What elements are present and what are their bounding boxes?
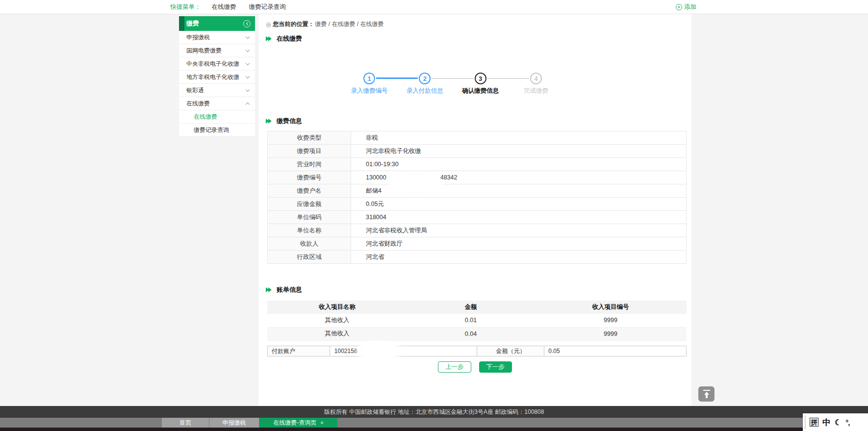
sidebar-item-label: 中央非税电子化收缴 bbox=[186, 60, 239, 68]
bill-cell: 0.01 bbox=[407, 314, 535, 327]
ime-punctuation-icon[interactable]: °, bbox=[845, 418, 849, 427]
payment-info-row-9: 行政区域河北省 bbox=[268, 251, 687, 264]
sidebar-item-label: 申报缴税 bbox=[186, 33, 210, 42]
ime-drag-handle[interactable] bbox=[805, 416, 806, 429]
payment-info-table: 收费类型非税缴费项目河北非税电子化收缴营业时间01:00-19:30缴费编号13… bbox=[267, 131, 687, 264]
sidebar-header-payment[interactable]: 缴费 bbox=[179, 16, 255, 31]
close-tab-icon[interactable]: × bbox=[320, 420, 323, 426]
payment-info-row-0: 收费类型非税 bbox=[268, 131, 687, 145]
payment-info-label: 单位名称 bbox=[268, 224, 351, 237]
quick-menu-label: 快捷菜单： bbox=[170, 3, 201, 11]
copyright-footer: 版权所有 中国邮政储蓄银行 地址：北京市西城区金融大街3号A座 邮政编码：100… bbox=[0, 406, 868, 418]
bill-cell: 9999 bbox=[535, 314, 687, 327]
sidebar-item-label: 地方非税电子化收缴 bbox=[186, 73, 239, 81]
payer-account-label: 付款账户 bbox=[268, 346, 330, 356]
payment-info-value: 非税 bbox=[351, 131, 687, 145]
breadcrumb-path: 缴费 / 在线缴费 / 在线缴费 bbox=[315, 20, 383, 28]
online-payment-page: { "topbar": { "quick_menu_label": "快捷菜单：… bbox=[0, 0, 868, 431]
chevron-down-icon bbox=[246, 74, 250, 78]
sidebar-header-label: 缴费 bbox=[186, 19, 199, 28]
payment-info-row-1: 缴费项目河北非税电子化收缴 bbox=[268, 145, 687, 158]
quick-menu-item-1[interactable]: 缴费记录查询 bbox=[249, 3, 286, 11]
quick-menu-item-0[interactable]: 在线缴费 bbox=[212, 3, 236, 11]
payment-info-title-label: 缴费信息 bbox=[277, 117, 302, 126]
bill-header-row: 收入项目名称金额收入项目编号 bbox=[267, 301, 687, 314]
ime-fullwidth-moon-icon[interactable]: ☾ bbox=[835, 418, 842, 427]
step-label-4: 完成缴费 bbox=[507, 87, 565, 95]
taskbar-tab-2[interactable]: 在线缴费-查询页× bbox=[259, 418, 337, 428]
bill-row-1: 其他收入0.049999 bbox=[267, 327, 687, 340]
payment-info-row-7: 单位名称河北省非税收入管理局 bbox=[268, 224, 687, 237]
bill-items-table: 收入项目名称金额收入项目编号其他收入0.019999其他收入0.049999 bbox=[267, 301, 687, 341]
value-prefix: 130000 bbox=[366, 174, 386, 181]
scroll-to-top-button[interactable] bbox=[698, 386, 715, 402]
step-indicator: 1录入缴费编号2录入付款信息3确认缴费信息4完成缴费 bbox=[258, 14, 691, 112]
payer-account-value: 1002158 bbox=[330, 346, 477, 356]
quick-menu-shortcuts: 在线缴费缴费记录查询 bbox=[212, 3, 299, 11]
ime-pinyin-icon[interactable]: 拼 bbox=[810, 418, 818, 427]
page-title-label: 在线缴费 bbox=[277, 34, 302, 43]
step-label-1: 录入缴费编号 bbox=[340, 87, 399, 95]
payment-info-row-3: 缴费编号13000048342 bbox=[268, 171, 687, 184]
step-circle-2: 2 bbox=[419, 73, 431, 84]
chevron-down-icon bbox=[246, 48, 250, 51]
sidebar-item-label: 国网电费缴费 bbox=[186, 47, 222, 55]
payment-info-title: 缴费信息 bbox=[266, 117, 302, 126]
breadcrumb-prefix: 您当前的位置： bbox=[273, 20, 314, 28]
step-circle-4: 4 bbox=[530, 73, 542, 84]
location-pin-icon: ◎ bbox=[266, 21, 271, 28]
step-connector-1 bbox=[432, 78, 473, 79]
payer-amount-label: 金额（元） bbox=[477, 346, 544, 356]
payment-info-label: 行政区域 bbox=[268, 251, 351, 264]
sidebar-item-3[interactable]: 地方非税电子化收缴 bbox=[179, 71, 255, 84]
sidebar-submenu: 在线缴费缴费记录查询 bbox=[179, 110, 255, 137]
taskbar-tab-label: 首页 bbox=[179, 419, 191, 427]
double-arrow-icon bbox=[266, 118, 273, 124]
ime-language-mode-icon[interactable]: 中 bbox=[822, 417, 831, 428]
payment-info-label: 应缴金额 bbox=[268, 198, 351, 211]
step-label-2: 录入付款信息 bbox=[395, 87, 454, 95]
bill-header-1: 金额 bbox=[407, 301, 535, 314]
chevron-down-icon bbox=[246, 87, 250, 91]
payment-info-row-5: 应缴金额0.05元 bbox=[268, 198, 687, 211]
payment-info-value: 河北省财政厅 bbox=[351, 237, 687, 251]
add-shortcut-button[interactable]: + 添加 bbox=[676, 0, 696, 14]
quick-menu-bar: 快捷菜单： 在线缴费缴费记录查询 + 添加 bbox=[0, 0, 868, 14]
page-title: 在线缴费 bbox=[266, 34, 302, 43]
sidebar-subitem-1[interactable]: 缴费记录查询 bbox=[179, 124, 255, 137]
payment-info-value: 01:00-19:30 bbox=[351, 158, 687, 171]
ime-toolbar: 拼 中 ☾ °, bbox=[803, 413, 868, 431]
sidebar-item-4[interactable]: 银彩通 bbox=[179, 84, 255, 97]
redaction-blur-account bbox=[359, 343, 399, 358]
bill-info-title: 账单信息 bbox=[266, 285, 302, 294]
breadcrumb: ◎ 您当前的位置： 缴费 / 在线缴费 / 在线缴费 bbox=[266, 20, 384, 28]
chevron-down-icon bbox=[246, 34, 250, 38]
sidebar-item-1[interactable]: 国网电费缴费 bbox=[179, 44, 255, 57]
sidebar-item-label: 在线缴费 bbox=[186, 100, 210, 108]
step-actions: 上一步 下一步 bbox=[258, 361, 691, 373]
payment-info-row-4: 缴费户名邮储4 bbox=[268, 184, 687, 198]
sidebar-item-2[interactable]: 中央非税电子化收缴 bbox=[179, 57, 255, 71]
taskbar-tab-label: 在线缴费-查询页 bbox=[273, 419, 316, 427]
step-label-3: 确认缴费信息 bbox=[451, 87, 510, 95]
bill-header-2: 收入项目编号 bbox=[535, 301, 687, 314]
sidebar-item-5[interactable]: 在线缴费 bbox=[179, 97, 255, 110]
payment-info-value: 河北省 bbox=[351, 251, 687, 264]
next-step-button[interactable]: 下一步 bbox=[479, 361, 512, 373]
payer-account-row: 付款账户 1002158 金额（元） 0.05 bbox=[267, 346, 687, 356]
sidebar-subitem-0[interactable]: 在线缴费 bbox=[179, 110, 255, 124]
payment-info-label: 缴费户名 bbox=[268, 184, 351, 198]
copyright-text: 版权所有 中国邮政储蓄银行 地址：北京市西城区金融大街3号A座 邮政编码：100… bbox=[324, 408, 544, 416]
collapse-sidebar-icon[interactable] bbox=[243, 20, 251, 27]
payment-info-value: 0.05元 bbox=[351, 198, 687, 211]
previous-step-button[interactable]: 上一步 bbox=[438, 361, 471, 373]
window-taskbar: 首页申报缴税在线缴费-查询页× bbox=[0, 418, 868, 428]
sidebar-item-0[interactable]: 申报缴税 bbox=[179, 31, 255, 44]
payment-info-value: 318004 bbox=[351, 211, 687, 224]
payer-amount-value: 0.05 bbox=[544, 346, 687, 356]
taskbar-tab-0[interactable]: 首页 bbox=[162, 418, 209, 428]
taskbar-tab-1[interactable]: 申报缴税 bbox=[209, 418, 259, 428]
chevron-up-icon bbox=[246, 102, 250, 106]
bill-cell: 0.04 bbox=[407, 327, 535, 340]
payment-info-label: 收费类型 bbox=[268, 131, 351, 145]
